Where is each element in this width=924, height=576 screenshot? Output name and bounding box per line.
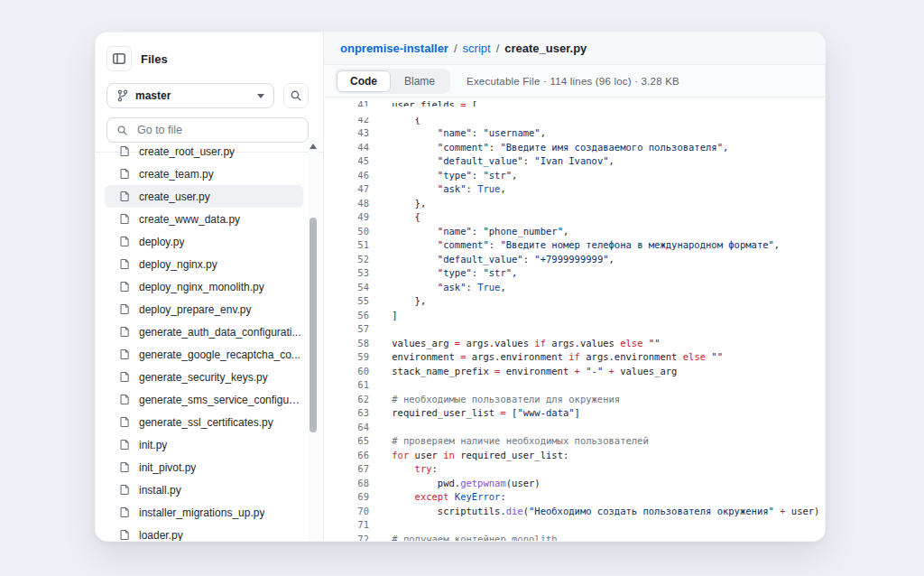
line-number[interactable]: 63: [324, 406, 369, 421]
line-number[interactable]: 68: [324, 477, 369, 491]
file-icon: [119, 190, 131, 203]
line-number[interactable]: 70: [324, 505, 369, 519]
line-number[interactable]: 49: [324, 210, 369, 225]
file-item[interactable]: loader.py: [105, 524, 303, 541]
file-item[interactable]: generate_google_recaptcha_co...: [105, 343, 303, 366]
code-line: 44 "comment": "Введите имя создаваемого …: [324, 141, 825, 155]
scrollbar-thumb[interactable]: [310, 218, 317, 432]
file-name: create_team.py: [139, 168, 214, 181]
file-icon: [119, 212, 131, 226]
line-number[interactable]: 69: [324, 490, 369, 505]
goto-file-input[interactable]: [135, 123, 299, 137]
code-line: 66 for user in required_user_list:: [324, 449, 825, 463]
breadcrumb-dir-link[interactable]: script: [463, 42, 491, 55]
tab-blame[interactable]: Blame: [391, 70, 448, 92]
line-content: # необходимые пользователи для окружения: [369, 393, 620, 407]
line-number[interactable]: 59: [324, 350, 369, 365]
file-item[interactable]: deploy_prepare_env.py: [105, 298, 303, 321]
file-item[interactable]: create_root_user.py: [105, 140, 303, 163]
line-number[interactable]: 55: [324, 294, 369, 309]
line-content: ]: [369, 309, 398, 323]
line-content: "ask": True,: [369, 281, 506, 295]
line-number[interactable]: 45: [324, 154, 369, 169]
file-item[interactable]: create_user.py: [105, 185, 303, 208]
repo-file-browser-window: Files master: [95, 32, 826, 542]
line-number[interactable]: 61: [324, 378, 369, 393]
line-number[interactable]: 60: [324, 365, 369, 379]
file-name: create_www_data.py: [139, 213, 240, 226]
file-item[interactable]: deploy_nginx_monolith.py: [105, 275, 303, 298]
breadcrumb-file-name: create_user.py: [504, 42, 587, 55]
file-name: deploy_prepare_env.py: [139, 303, 252, 316]
line-number[interactable]: 54: [324, 281, 369, 295]
file-content-panel: onpremise-installer / script / create_us…: [324, 33, 825, 541]
file-icon: [119, 506, 131, 519]
line-number[interactable]: 67: [324, 462, 369, 477]
file-name: deploy_nginx.py: [139, 258, 217, 271]
file-icon: [119, 280, 131, 293]
tab-code[interactable]: Code: [337, 70, 391, 92]
file-name: loader.py: [139, 529, 183, 542]
code-line: 43 "name": "username",: [324, 126, 825, 141]
line-content: for user in required_user_list:: [369, 449, 568, 463]
line-number[interactable]: 46: [324, 169, 369, 183]
code-line: 68 pwd.getpwnam(user): [324, 477, 825, 491]
line-content: try:: [369, 462, 438, 477]
file-name: deploy_nginx_monolith.py: [139, 281, 264, 293]
line-number[interactable]: 72: [324, 533, 369, 542]
file-icon: [119, 348, 131, 361]
line-number[interactable]: 64: [324, 421, 369, 435]
line-number[interactable]: 71: [324, 518, 369, 533]
collapse-sidebar-button[interactable]: [106, 46, 132, 71]
file-icon: [119, 144, 131, 158]
file-item[interactable]: generate_security_keys.py: [105, 366, 303, 388]
line-number[interactable]: 50: [324, 225, 369, 239]
file-item[interactable]: generate_auth_data_configurati...: [105, 321, 303, 343]
file-name: deploy.py: [139, 236, 184, 248]
breadcrumb-repo-link[interactable]: onpremise-installer: [340, 42, 448, 55]
line-number[interactable]: 66: [324, 449, 369, 463]
code-line: 55 },: [324, 294, 825, 309]
file-item[interactable]: generate_ssl_certificates.py: [105, 411, 303, 433]
code-line: 65 # проверяем наличие необходимых польз…: [324, 434, 825, 449]
branch-selector[interactable]: master: [106, 83, 274, 108]
file-name: create_user.py: [139, 190, 210, 203]
line-number[interactable]: 56: [324, 309, 369, 323]
code-line: 71: [324, 518, 825, 533]
code-line: 67 try:: [324, 462, 825, 477]
file-icon: [119, 167, 131, 181]
file-item[interactable]: installer_migrations_up.py: [105, 501, 303, 524]
file-icon: [119, 438, 131, 451]
file-item[interactable]: init_pivot.py: [105, 456, 303, 478]
scroll-up-arrow-icon[interactable]: [310, 144, 317, 149]
line-number[interactable]: 57: [324, 322, 369, 337]
line-number[interactable]: 48: [324, 197, 369, 211]
code-line: 46 "type": "str",: [324, 169, 825, 183]
file-item[interactable]: generate_sms_service_configura...: [105, 388, 303, 411]
file-item[interactable]: deploy_nginx.py: [105, 253, 303, 275]
file-icon: [119, 528, 131, 541]
file-list-scrollbar[interactable]: [308, 137, 319, 541]
branch-row: master: [96, 76, 323, 108]
search-button[interactable]: [283, 83, 309, 108]
line-number[interactable]: 53: [324, 266, 369, 281]
line-number[interactable]: 47: [324, 182, 369, 197]
file-item[interactable]: create_www_data.py: [105, 208, 303, 230]
breadcrumb: onpremise-installer / script / create_us…: [324, 33, 825, 65]
line-number[interactable]: 44: [324, 141, 369, 155]
line-number[interactable]: 43: [324, 126, 369, 141]
line-number[interactable]: 52: [324, 253, 369, 267]
file-item[interactable]: deploy.py: [105, 230, 303, 253]
file-name: install.py: [139, 484, 181, 497]
line-number[interactable]: 51: [324, 238, 369, 253]
file-item[interactable]: init.py: [105, 433, 303, 456]
line-number[interactable]: 58: [324, 337, 369, 351]
line-number[interactable]: 65: [324, 434, 369, 449]
line-content: },: [369, 294, 426, 309]
file-item[interactable]: create_team.py: [105, 163, 303, 185]
sidebar-title: Files: [141, 52, 168, 66]
line-number[interactable]: 62: [324, 393, 369, 407]
line-content: values_arg = args.values if args.values …: [369, 337, 660, 351]
page-background: Files master: [0, 0, 924, 576]
file-item[interactable]: install.py: [105, 478, 303, 501]
